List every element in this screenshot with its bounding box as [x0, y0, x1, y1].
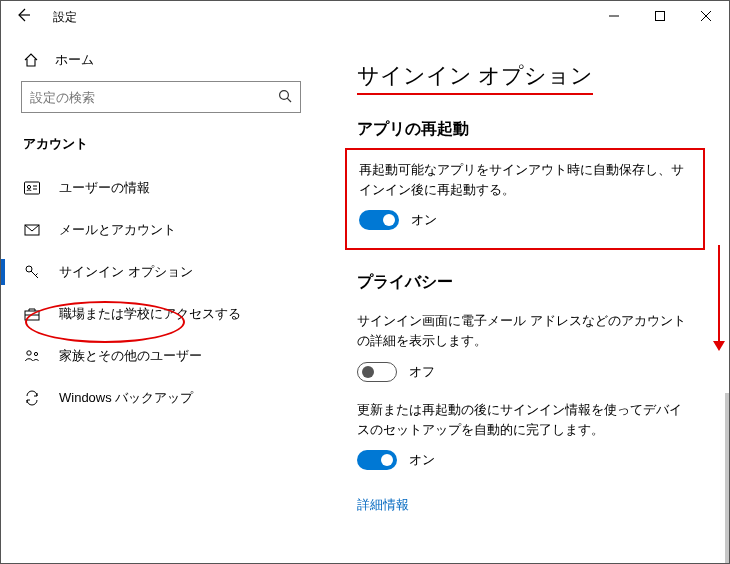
close-button[interactable] [683, 1, 729, 31]
sidebar-item-family[interactable]: 家族とその他のユーザー [1, 335, 321, 377]
privacy-desc-2: 更新または再起動の後にサインイン情報を使ってデバイスのセットアップを自動的に完了… [357, 400, 693, 440]
sidebar-item-work-school[interactable]: 職場または学校にアクセスする [1, 293, 321, 335]
window-title: 設定 [53, 9, 77, 26]
minimize-button[interactable] [591, 1, 637, 31]
sidebar-item-label: 家族とその他のユーザー [59, 347, 202, 365]
privacy-toggle-1[interactable] [357, 362, 397, 382]
app-restart-toggle[interactable] [359, 210, 399, 230]
sidebar-item-label: 職場または学校にアクセスする [59, 305, 241, 323]
sidebar: ホーム アカウント ユーザーの情報 [1, 33, 321, 563]
app-restart-toggle-label: オン [411, 211, 437, 229]
back-arrow-icon[interactable] [15, 7, 31, 27]
more-info-link[interactable]: 詳細情報 [357, 496, 409, 514]
key-icon [23, 263, 41, 281]
settings-window: 設定 ホーム [0, 0, 730, 564]
titlebar: 設定 [1, 1, 729, 33]
page-title: サインイン オプション [357, 61, 593, 95]
section-privacy-title: プライバシー [357, 272, 693, 293]
svg-point-5 [280, 90, 289, 99]
svg-line-6 [287, 98, 291, 102]
scrollbar[interactable] [725, 393, 729, 563]
privacy-toggle-2[interactable] [357, 450, 397, 470]
search-input[interactable] [30, 90, 278, 105]
privacy-desc-1: サインイン画面に電子メール アドレスなどのアカウントの詳細を表示します。 [357, 311, 693, 351]
sidebar-item-label: ユーザーの情報 [59, 179, 150, 197]
sidebar-item-backup[interactable]: Windows バックアップ [1, 377, 321, 419]
search-box[interactable] [21, 81, 301, 113]
user-card-icon [23, 179, 41, 197]
sidebar-item-label: メールとアカウント [59, 221, 176, 239]
svg-line-14 [36, 274, 38, 276]
mail-icon [23, 221, 41, 239]
svg-point-17 [27, 351, 31, 355]
sidebar-item-label: サインイン オプション [59, 263, 193, 281]
content-pane: サインイン オプション アプリの再起動 再起動可能なアプリをサインアウト時に自動… [321, 33, 729, 563]
svg-rect-7 [25, 182, 40, 194]
svg-point-18 [34, 352, 37, 355]
svg-point-8 [27, 185, 30, 188]
privacy-toggle-1-label: オフ [409, 363, 435, 381]
briefcase-icon [23, 305, 41, 323]
annotation-redbox: 再起動可能なアプリをサインアウト時に自動保存し、サインイン後に再起動する。 オン [345, 148, 705, 250]
sidebar-home[interactable]: ホーム [1, 43, 321, 81]
sidebar-item-signin-options[interactable]: サインイン オプション [1, 251, 321, 293]
sidebar-item-email-accounts[interactable]: メールとアカウント [1, 209, 321, 251]
annotation-scroll-arrow [713, 245, 725, 351]
app-restart-desc: 再起動可能なアプリをサインアウト時に自動保存し、サインイン後に再起動する。 [359, 160, 691, 200]
sidebar-nav: ユーザーの情報 メールとアカウント サインイン オプション [1, 167, 321, 419]
sidebar-item-your-info[interactable]: ユーザーの情報 [1, 167, 321, 209]
sidebar-home-label: ホーム [55, 51, 94, 69]
sidebar-item-label: Windows バックアップ [59, 389, 193, 407]
section-app-restart-title: アプリの再起動 [357, 119, 693, 140]
svg-rect-2 [656, 12, 665, 21]
search-icon [278, 89, 292, 106]
privacy-toggle-2-label: オン [409, 451, 435, 469]
maximize-button[interactable] [637, 1, 683, 31]
home-icon [23, 52, 39, 68]
sidebar-section-label: アカウント [1, 129, 321, 161]
sync-icon [23, 389, 41, 407]
people-icon [23, 347, 41, 365]
